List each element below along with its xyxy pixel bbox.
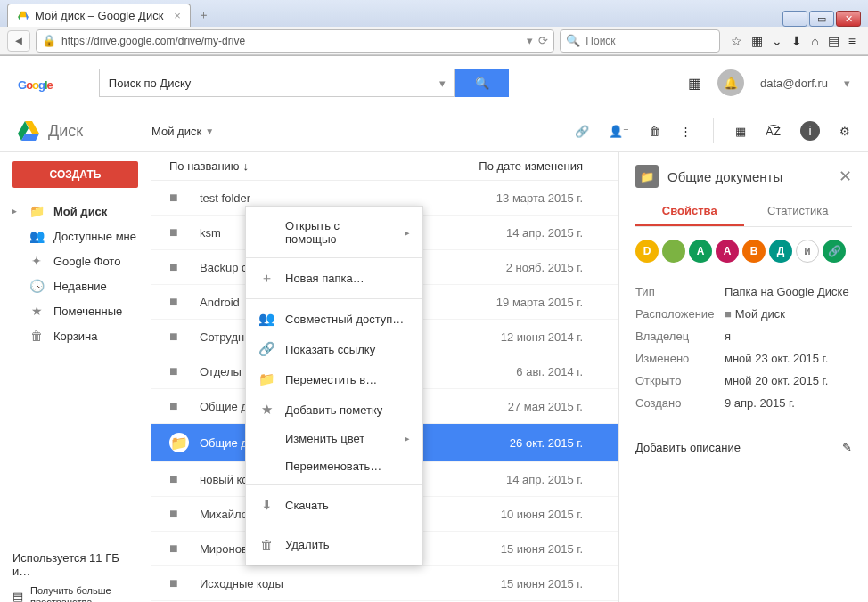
drive-search-button[interactable]: 🔍 [455,69,509,97]
menu-item[interactable]: 🗑Удалить [246,530,422,559]
menu-item-icon: ＋ [258,270,274,287]
sidebar: СОЗДАТЬ ▸📁Мой диск👥Доступные мне✦Google … [0,152,151,602]
browser-tab[interactable]: Мой диск – Google Диск × [7,4,191,27]
folder-icon: ■ [169,398,189,414]
menu-item[interactable]: ⬇Скачать [246,490,422,520]
sidebar-item-1[interactable]: 👥Доступные мне [0,224,151,248]
avatar[interactable]: D [635,240,659,263]
user-email[interactable]: data@dorf.ru [760,77,828,90]
bookmark-icon[interactable]: ☆ [731,34,742,48]
menu-item-icon: ⬇ [258,497,274,513]
menu-item[interactable]: 📁Переместить в… [246,364,422,395]
grid-view-icon[interactable]: ▦ [735,125,746,138]
menu-item[interactable]: 🔗Показать ссылку [246,334,422,364]
drive-brand-label: Диск [48,122,83,141]
tab-close-icon[interactable]: × [174,9,181,22]
menu-item[interactable]: Изменить цвет▸ [246,425,422,452]
more-icon[interactable]: ⋮ [680,125,692,138]
browser-search-input[interactable] [585,35,719,47]
minimize-button[interactable]: — [782,11,807,27]
link-icon[interactable]: 🔗 [575,125,589,138]
browser-search[interactable]: 🔍 [560,29,720,53]
sort-icon[interactable]: A͡Z [766,125,781,138]
download-icon[interactable]: ⬇ [791,34,802,48]
address-bar[interactable]: 🔒 ▾ ⟳ [36,29,554,53]
sidebar-item-5[interactable]: 🗑Корзина [0,323,151,348]
menu-separator [246,484,422,485]
prop-key: Расположение [635,307,725,321]
menu-item-label: Изменить цвет [285,432,364,445]
menu-item[interactable]: 👥Совместный доступ… [246,304,422,334]
context-menu: Открыть с помощью▸＋Новая папка…👥Совместн… [245,206,423,565]
sidebar-item-2[interactable]: ✦Google Фото [0,248,151,273]
lock-icon: 🔒 [42,34,56,47]
menu-item[interactable]: ★Добавить пометку [246,395,422,425]
share-icon[interactable]: 👤⁺ [609,125,629,138]
nav-icon: ★ [29,304,45,318]
notifications-icon[interactable]: 🔔 [717,69,744,96]
email-dropdown-icon[interactable]: ▾ [844,77,850,90]
menu-item[interactable]: ＋Новая папка… [246,263,422,294]
search-dropdown-icon[interactable]: ▾ [439,77,446,90]
file-date: 10 июня 2015 г. [431,508,601,521]
property-row: Открытомной 20 окт. 2015 г. [635,370,852,392]
menu-icon[interactable]: ≡ [848,34,856,48]
drive-brand[interactable]: Диск [18,121,151,141]
nav-label: Корзина [53,329,98,343]
back-button[interactable]: ◄ [7,30,30,52]
avatar[interactable]: Д [769,240,792,263]
close-window-button[interactable]: ✕ [836,11,861,27]
menu-separator [246,525,422,525]
panel-icon[interactable]: ▦ [751,34,763,48]
sidebar-item-0[interactable]: ▸📁Мой диск [0,199,151,224]
avatar[interactable]: В [742,240,766,263]
url-input[interactable] [61,35,521,47]
property-row: Создано9 апр. 2015 г. [635,392,852,414]
avatar[interactable] [662,240,685,263]
col-name[interactable]: По названию ↓ [169,159,431,173]
menu-item[interactable]: Переименовать… [246,452,422,480]
app-header: Google Поиск по Диску ▾ 🔍 ▦ 🔔 data@dorf.… [0,56,868,110]
browser-chrome: Мой диск – Google Диск × ＋ — ▭ ✕ ◄ 🔒 ▾ ⟳… [0,0,868,56]
details-close-button[interactable]: ✕ [839,167,852,186]
prop-key: Владелец [635,329,725,343]
avatar[interactable]: А [689,240,712,263]
create-button[interactable]: СОЗДАТЬ [12,161,138,188]
avatar[interactable]: и [796,240,819,263]
col-modified[interactable]: По дате изменения [431,159,601,173]
google-logo[interactable]: Google [18,71,53,94]
properties-list: ТипПапка на Google ДискеРасположение■Мой… [635,281,852,414]
new-tab-button[interactable]: ＋ [191,4,217,27]
breadcrumb[interactable]: Мой диск ▼ [151,125,214,138]
get-more-storage[interactable]: ▤ Получить больше пространства [12,582,138,602]
apps-grid-icon[interactable]: ▦ [688,75,701,92]
nav-label: Доступные мне [53,230,136,243]
home-icon[interactable]: ⌂ [811,34,818,48]
description-row[interactable]: Добавить описание ✎ [635,441,852,454]
refresh-icon[interactable]: ⟳ [538,34,548,47]
sidebar-item-4[interactable]: ★Помеченные [0,298,151,323]
maximize-button[interactable]: ▭ [809,11,834,27]
settings-icon[interactable]: ⚙ [839,125,850,138]
avatar[interactable]: 🔗 [823,240,846,263]
file-date: 19 марта 2015 г. [431,296,601,309]
file-row[interactable]: ■Исходные коды15 июня 2015 г. [151,566,618,601]
folder-icon: ■ [169,224,189,240]
info-icon[interactable]: i [800,121,820,141]
storage-usage[interactable]: Используется 11 ГБ и… [12,548,138,582]
nav-label: Помеченные [53,305,122,318]
tab-properties[interactable]: Свойства [635,197,744,226]
nav-icon: 🗑 [29,329,45,343]
dropdown-icon[interactable]: ▾ [527,34,533,47]
edit-icon[interactable]: ✎ [842,441,852,454]
sidebar-item-3[interactable]: 🕓Недавние [0,273,151,298]
pocket-icon[interactable]: ⌄ [772,34,782,48]
menu-item-label: Удалить [285,538,330,551]
tab-activity[interactable]: Статистика [744,197,853,226]
feed-icon[interactable]: ▤ [828,34,839,48]
drive-favicon-icon [17,10,29,22]
menu-item[interactable]: Открыть с помощью▸ [246,212,422,253]
avatar[interactable]: А [716,240,739,263]
trash-icon[interactable]: 🗑 [649,125,660,138]
drive-search-input[interactable]: Поиск по Диску ▾ [99,69,455,97]
